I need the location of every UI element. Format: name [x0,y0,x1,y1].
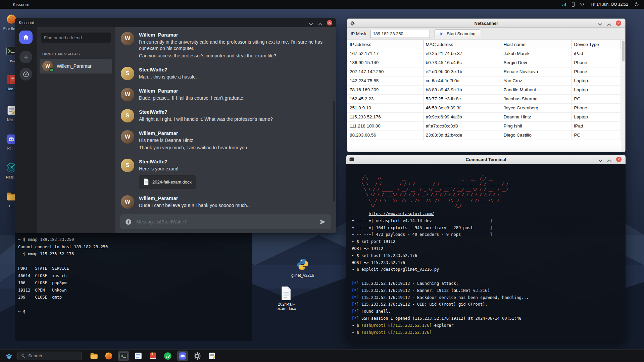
avatar[interactable]: W [121,195,134,209]
maximize-button[interactable] [607,21,611,25]
kisscord-titlebar[interactable]: Kisscord [15,18,336,27]
chat-message: SSteelWaffe7Here is your exam!2024-fall-… [121,159,330,189]
table-header-cell[interactable]: Device Type [572,40,621,49]
minimize-button[interactable] [309,21,313,24]
avatar[interactable]: S [121,109,134,122]
terminal-line: [*] 115.233.52.176:19112 - Launching att… [352,280,620,287]
ip-mask-label: IP Mask: [351,31,367,36]
table-row[interactable]: 115.233.52.176a9:9c:d6:99:4a:3bDeanna Hi… [347,112,621,121]
dm-item[interactable]: WWillem_Paramar [40,59,112,73]
gear-icon [193,352,202,360]
table-row[interactable]: 251.9.9.1046:58:3c:c8:39:3fJoyce Greenbe… [347,103,621,112]
add-server-button[interactable] [19,51,32,63]
ip-mask-input[interactable] [370,30,430,38]
chat-area: WWillem_ParamarI'm currently in the univ… [115,27,336,233]
desktop-screen: Kisscord Fri 14 Jun, ÖÖ 12:52 Fire Bro..… [0,0,644,362]
table-row[interactable]: 162.45.2.2353:77:25:e3:fb:8cJacobus Shar… [347,94,621,103]
message-author[interactable]: SteelWaffe7 [139,67,197,72]
message-input[interactable] [136,219,315,224]
desktop-file-python[interactable]: glinet_v3216 [286,257,319,278]
close-button[interactable] [616,157,622,162]
avatar[interactable]: W [121,88,134,101]
message-author[interactable]: SteelWaffe7 [139,159,196,164]
table-row[interactable]: 136.90.15.149b0:73:45:16:c4:6cSergio Dev… [347,58,621,67]
message-author[interactable]: Willem_Paramar [139,195,251,201]
table-cell: 88.203.68.56 [347,131,423,140]
taskbar-terminal-button[interactable] [118,351,129,361]
scrollbar-thumb[interactable] [622,41,625,61]
table-scrollbar[interactable] [621,40,625,152]
taskbar-files-button[interactable] [89,351,99,361]
message-author[interactable]: Willem_Paramar [139,88,245,94]
phone-icon[interactable] [571,2,576,7]
table-row[interactable]: 111.218.100.80af:a7:dc:f8:c3:f8Ping Ishi… [347,121,621,131]
message-author[interactable]: Willem_Paramar [139,32,329,38]
table-cell: 111.218.100.80 [347,121,423,131]
gear-icon[interactable] [350,20,355,26]
attachment-card[interactable]: 2024-fall-exam.docx [139,175,196,189]
search-input[interactable] [28,353,79,358]
start-scanning-button[interactable]: Start Scanning [435,30,480,38]
avatar[interactable]: W [121,130,134,144]
minimize-button[interactable] [598,21,602,25]
taskbar-firefox-button[interactable] [103,351,114,361]
taskbar-book-button[interactable] [148,351,158,361]
metasploit-ascii-art: _ _ / \ /\ __ _ __ /_/ __ \ \ / / / /_/ … [362,171,620,208]
close-button[interactable] [327,20,332,25]
terminal-body[interactable]: _ _ / \ /\ __ _ __ /_/ __ \ \ / / / /_/ … [346,164,626,341]
desktop-file-docx[interactable]: 2024-fall-exam.docx [269,286,303,311]
taskbar-notes-button[interactable] [207,351,217,361]
home-button[interactable] [19,31,33,44]
minimize-button[interactable] [598,158,603,161]
message-author[interactable]: SteelWaffe7 [139,109,273,115]
kisscord-window: Kisscord DIRECT MESSAGES WWill [15,18,336,233]
maximize-button[interactable] [607,158,612,161]
friend-search-input[interactable] [44,35,108,40]
table-row[interactable]: 142.234.75.85ce:6a:44:fb:f9:0aYan CruzLa… [347,76,621,85]
close-button[interactable] [616,20,621,26]
attachment-file-icon [143,178,149,186]
send-icon[interactable] [319,218,326,225]
explore-button[interactable] [19,68,32,81]
avatar[interactable]: W [121,32,134,45]
table-header-cell[interactable]: Host name [501,40,572,49]
netscanner-titlebar[interactable]: Netscanner [347,19,625,28]
window-controls [598,157,622,162]
attach-plus-icon[interactable] [125,218,132,225]
avatar[interactable]: S [121,67,134,80]
kisscord-body: DIRECT MESSAGES WWillem_Paramar WWillem_… [15,27,336,233]
metasploit-link[interactable]: https://www.metasploit.com/ [369,211,434,216]
table-row[interactable]: 167.52.171.17e9:25:21:74:be:37Jakub Mare… [347,49,621,58]
clock[interactable]: Fri 14 Jun, ÖÖ 12:52 [591,2,628,7]
table-row[interactable]: 207.147.142.250e2:d0:9b:00:3e:1bRenate N… [347,67,621,76]
taskbar-spotify-button[interactable] [162,351,173,361]
taskbar [0,349,644,362]
taskbar-gear-button[interactable] [192,351,203,361]
dm-header: DIRECT MESSAGES [42,52,109,56]
avatar[interactable]: S [121,159,134,172]
table-cell: af:a7:dc:f8:c3:f8 [423,121,501,131]
table-row[interactable]: 78.16.169.209b8:89:a9:43:9c:1bZandile Mu… [347,85,621,94]
friend-search[interactable] [41,33,111,43]
chat-scrollbar[interactable] [333,101,335,202]
message-content: Willem_ParamarDude I can't believe you!!… [139,195,251,210]
terminal-line: [*] 115.233.52.176:19112 - UID: uid=0(ro… [352,301,620,308]
wifi-icon[interactable] [580,2,585,7]
start-button[interactable] [5,352,13,360]
table-header-cell[interactable]: MAC address [423,40,501,49]
table-cell: Deanna Hintz [501,112,572,121]
taskbar-kisscord-button[interactable] [177,351,188,361]
taskbar-tasks-button[interactable] [133,351,144,361]
table-header-cell[interactable]: IP address [347,40,423,49]
desktop-icon-label: Kis... [7,147,15,151]
power-icon[interactable] [634,2,639,7]
maximize-button[interactable] [318,21,323,24]
taskbar-search[interactable] [17,352,82,360]
signal-chart-icon[interactable] [561,2,567,7]
topbar-app-name: Kisscord [13,2,30,7]
terminal-output: https://www.metasploit.com/+ -- --=[ met… [352,210,620,336]
terminal-line: HOST => 115.233.52.176 [352,259,620,266]
message-author[interactable]: Willem_Paramar [139,130,248,136]
table-row[interactable]: 88.203.68.5623:83:3d:d2:b4:deDiego Casti… [347,131,621,140]
terminal-titlebar[interactable]: Command Terminal [346,155,626,164]
